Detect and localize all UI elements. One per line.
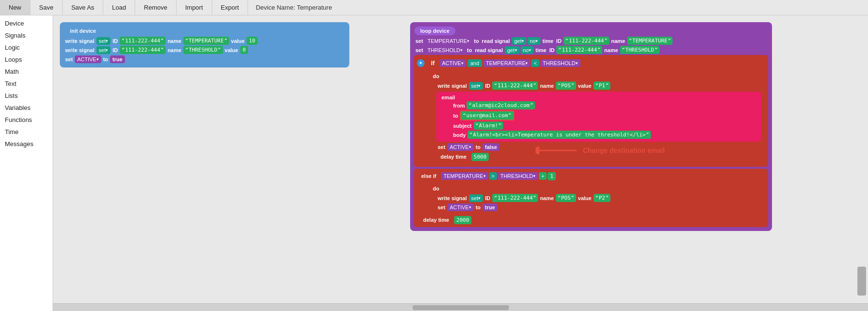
sidebar-item-logic[interactable]: Logic	[0, 41, 53, 54]
email-from-row: from alarm@ic2cloud.com	[452, 101, 758, 109]
thresh-var[interactable]: THRESHOLD	[425, 46, 465, 54]
threshold-name-val: THRESHOLD	[183, 46, 223, 54]
init-device-header: init device	[64, 27, 102, 35]
temperature-id-val: 111-222-444	[120, 37, 165, 45]
canvas[interactable]: init device write signal set ID 111-222-…	[53, 15, 868, 311]
do-write-name-val: POS	[556, 81, 576, 90]
annotation-arrow	[536, 145, 579, 156]
email-from-val: alarm@ic2cloud.com	[467, 101, 535, 109]
else-set-active-true-row: set ACTIVE to true	[436, 203, 761, 212]
else-if-row: else if TEMPERATURE > THRESHOLD + 1	[417, 172, 765, 180]
if-condition-row: ✦ if ACTIVE and TEMPERATURE < THRESHOLD	[417, 58, 765, 68]
write-signal-set-dd2[interactable]: set	[96, 46, 111, 54]
do-write-id-val: 111-222-444	[492, 81, 538, 90]
sidebar-item-functions[interactable]: Functions	[0, 114, 53, 126]
threshold-id-val: 111-222-444	[120, 46, 165, 54]
and-operator: and	[468, 59, 482, 67]
else-write-value-val: P2	[593, 194, 610, 202]
email-subject-val: Alarm!	[474, 122, 504, 130]
new-button[interactable]: New	[0, 0, 30, 15]
read-signal-no-dd[interactable]: no	[527, 37, 540, 45]
set-active-false-var[interactable]: ACTIVE	[447, 143, 474, 151]
write-signal-set-dd[interactable]: set	[96, 37, 111, 45]
email-block: email from alarm@ic2cloud.com to user@ma…	[436, 92, 761, 142]
threshold-value-val: 0	[240, 46, 248, 54]
delay-2000-val: 2000	[454, 216, 472, 224]
scroll-thumb[interactable]	[413, 305, 509, 310]
if-temp-var[interactable]: TEMPERATURE	[483, 59, 530, 67]
else-active-var[interactable]: ACTIVE	[447, 203, 474, 211]
annotation-text: Change destination email	[583, 147, 665, 154]
sidebar-item-text[interactable]: Text	[0, 78, 53, 90]
sidebar-item-messages[interactable]: Messages	[0, 138, 53, 150]
load-button[interactable]: Load	[103, 0, 135, 15]
horizontal-scrollbar[interactable]	[53, 303, 868, 311]
else-if-block: else if TEMPERATURE > THRESHOLD + 1 do w…	[414, 169, 768, 227]
less-than-op: <	[531, 59, 539, 67]
export-button[interactable]: Export	[212, 0, 248, 15]
temp-id-val: 111-222-444	[564, 37, 609, 45]
email-to-row: to user@mail.com	[452, 110, 758, 121]
read-signal-get-dd[interactable]: get	[512, 37, 526, 45]
else-do-label-row: do	[428, 184, 761, 193]
do-keyword: do	[429, 72, 443, 80]
delay-5000-val: 5000	[471, 153, 489, 161]
else-if-temp-var[interactable]: TEMPERATURE	[441, 172, 488, 180]
email-to-val[interactable]: user@mail.com	[460, 110, 514, 121]
save-as-button[interactable]: Save As	[63, 0, 104, 15]
annotation-container: Change destination email	[536, 145, 665, 156]
email-subject-row: subject Alarm!	[452, 122, 758, 130]
delay-2000-label: delay time	[419, 216, 453, 224]
false-val: false	[482, 143, 499, 151]
sidebar: Device Signals Logic Loops Math Text Lis…	[0, 15, 53, 311]
else-if-keyword: else if	[417, 172, 440, 180]
temp-var[interactable]: TEMPERATURE	[425, 37, 472, 45]
write-pos-p1-row: write signal set ID 111-222-444 name POS…	[436, 81, 761, 90]
thresh-name-val: THRESHOLD	[620, 46, 660, 54]
remove-button[interactable]: Remove	[135, 0, 176, 15]
read-signal-get-dd2[interactable]: get	[505, 46, 519, 54]
init-device-block: init device write signal set ID 111-222-…	[60, 22, 349, 68]
sidebar-item-variables[interactable]: Variables	[0, 102, 53, 114]
device-name-label: Device Name: Temperature	[256, 4, 332, 11]
else-if-thresh-var[interactable]: THRESHOLD	[498, 172, 538, 180]
sidebar-item-math[interactable]: Math	[0, 66, 53, 78]
else-do-block: do write signal set ID 111-222-444 name …	[425, 181, 765, 215]
loop-device-block: loop device set TEMPERATURE to read sign…	[410, 22, 772, 231]
sidebar-item-loops[interactable]: Loops	[0, 54, 53, 66]
thresh-id-val: 111-222-444	[556, 46, 602, 54]
sidebar-item-device[interactable]: Device	[0, 17, 53, 29]
active-var-dd[interactable]: ACTIVE	[75, 55, 101, 63]
toolbar: New Save Save As Load Remove Import Expo…	[0, 0, 868, 15]
import-button[interactable]: Import	[177, 0, 212, 15]
sidebar-item-signals[interactable]: Signals	[0, 29, 53, 41]
else-if-num: 1	[548, 172, 556, 180]
if-active-var[interactable]: ACTIVE	[440, 59, 466, 67]
do-write-value-val: P1	[593, 81, 610, 90]
write-signal-temperature-row: write signal set ID 111-222-444 name TEM…	[64, 37, 345, 45]
sidebar-item-lists[interactable]: Lists	[0, 90, 53, 102]
vertical-scrollbar[interactable]	[857, 267, 866, 296]
read-signal-no-dd2[interactable]: no	[521, 46, 534, 54]
else-do-keyword: do	[429, 185, 443, 192]
email-body-row: body Alarm!<br><li>Temperature is under …	[452, 131, 758, 139]
else-write-name-val: POS	[556, 194, 576, 202]
do-write-set-dd[interactable]: set	[469, 82, 483, 90]
sidebar-item-time[interactable]: Time	[0, 126, 53, 138]
delay-label: delay time	[437, 153, 470, 161]
true-val: true	[110, 55, 125, 63]
else-write-set-dd[interactable]: set	[469, 194, 483, 202]
do-label-row: do	[428, 72, 761, 81]
temp-name-val: TEMPERATURE	[627, 37, 673, 45]
else-write-id-val: 111-222-444	[492, 194, 538, 202]
set-temperature-row: set TEMPERATURE to read signal get no ti…	[414, 37, 768, 45]
temperature-name-val: TEMPERATURE	[183, 37, 229, 45]
email-header-row: email	[440, 95, 758, 100]
main-layout: Device Signals Logic Loops Math Text Lis…	[0, 15, 868, 311]
if-icon: ✦	[417, 59, 425, 67]
if-thresh-var[interactable]: THRESHOLD	[540, 59, 580, 67]
write-pos-p2-row: write signal set ID 111-222-444 name POS…	[436, 194, 761, 202]
write-signal-threshold-row: write signal set ID 111-222-444 name THR…	[64, 46, 345, 54]
set-active-true-row: set ACTIVE to true	[64, 55, 345, 64]
save-button[interactable]: Save	[30, 0, 63, 15]
